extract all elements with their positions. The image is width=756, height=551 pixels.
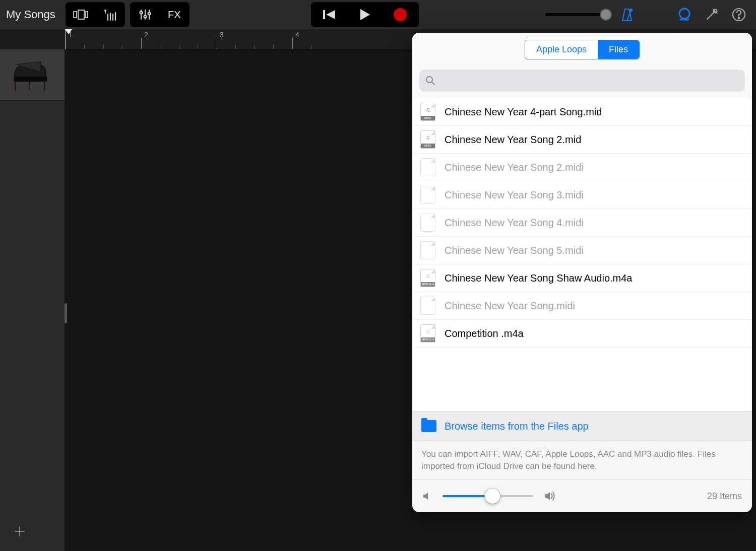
svg-marker-15 — [326, 10, 335, 19]
file-icon — [420, 186, 435, 204]
file-row[interactable]: MPEG-4Chinese New Year Song Shaw Audio.m… — [412, 264, 752, 292]
file-name: Chinese New Year Song.midi — [445, 300, 575, 312]
file-name: Chinese New Year 4-part Song.mid — [445, 106, 602, 118]
file-row: Chinese New Year Song 2.midi — [412, 154, 752, 181]
file-name: Chinese New Year Song Shaw Audio.m4a — [445, 272, 632, 284]
svg-marker-32 — [545, 492, 550, 500]
tab-row: Apple Loops Files — [412, 33, 752, 64]
help-button[interactable] — [728, 4, 750, 26]
play-button[interactable] — [347, 3, 383, 26]
transport-controls — [311, 2, 419, 27]
svg-point-9 — [140, 12, 142, 14]
file-icon — [420, 214, 435, 232]
svg-marker-16 — [360, 9, 370, 20]
svg-rect-2 — [86, 12, 88, 18]
browse-label: Browse items from the Files app — [445, 421, 589, 432]
track-headers — [0, 49, 65, 551]
mixer-button[interactable] — [132, 4, 158, 25]
bar-marker: 1 — [69, 31, 73, 39]
files-popover: Apple Loops Files MIDIChinese New Year 4… — [412, 33, 752, 512]
record-icon — [394, 8, 407, 21]
loop-browser-button[interactable] — [673, 4, 696, 26]
file-name: Chinese New Year Song 5.midi — [445, 245, 584, 256]
file-icon: MPEG-4 — [420, 269, 435, 287]
svg-point-22 — [738, 18, 740, 19]
svg-point-29 — [426, 77, 432, 83]
svg-rect-25 — [44, 82, 45, 91]
fx-button[interactable]: FX — [161, 4, 187, 25]
file-icon — [420, 241, 435, 259]
volume-high-icon — [544, 491, 556, 501]
file-icon — [420, 297, 435, 315]
file-row: Chinese New Year Song 5.midi — [412, 237, 752, 264]
metronome-button[interactable] — [616, 4, 638, 26]
popover-footer: 29 Items — [412, 480, 752, 512]
browse-files-button[interactable]: Browse items from the Files app — [412, 411, 752, 441]
master-volume-slider[interactable] — [540, 13, 611, 16]
file-row[interactable]: MPEG-4Competition .m4a — [412, 320, 752, 348]
view-button-group — [66, 2, 125, 27]
file-name: Chinese New Year Song 2.mid — [445, 134, 581, 146]
svg-point-13 — [148, 13, 150, 15]
controls-button-group: FX — [130, 2, 190, 27]
file-name: Chinese New Year Song 2.midi — [445, 162, 584, 173]
file-icon: MPEG-4 — [420, 324, 435, 342]
svg-rect-1 — [78, 10, 84, 19]
svg-point-11 — [144, 16, 146, 18]
track-header[interactable] — [0, 49, 65, 101]
record-button[interactable] — [383, 3, 418, 26]
vertical-scroll-handle[interactable] — [65, 303, 67, 323]
svg-rect-14 — [323, 10, 325, 19]
search-input[interactable] — [419, 70, 745, 92]
file-name: Competition .m4a — [445, 328, 524, 339]
svg-point-3 — [104, 10, 106, 12]
folder-icon — [421, 420, 436, 432]
svg-rect-26 — [29, 82, 30, 90]
file-row: Chinese New Year Song 3.midi — [412, 181, 752, 209]
toolbar: My Songs FX — [0, 0, 756, 29]
slider-thumb[interactable] — [485, 489, 500, 504]
view-toggle-button[interactable] — [68, 4, 94, 25]
svg-point-19 — [679, 9, 689, 19]
svg-rect-0 — [74, 12, 77, 18]
svg-point-18 — [630, 9, 632, 11]
segmented-control: Apple Loops Files — [525, 40, 640, 59]
info-text: You can import AIFF, WAV, CAF, Apple Loo… — [412, 441, 752, 480]
file-row[interactable]: MIDIChinese New Year Song 2.mid — [412, 126, 752, 154]
item-count: 29 Items — [707, 491, 742, 502]
instrument-button[interactable] — [97, 4, 123, 25]
file-name: Chinese New Year Song 4.midi — [445, 217, 584, 229]
preview-volume-slider[interactable] — [443, 495, 533, 497]
project-title[interactable]: My Songs — [6, 8, 55, 21]
search-icon — [425, 76, 435, 86]
volume-low-icon — [422, 492, 431, 501]
file-list[interactable]: MIDIChinese New Year 4-part Song.midMIDI… — [412, 98, 752, 411]
file-icon: MIDI — [420, 103, 435, 121]
svg-line-30 — [432, 82, 434, 85]
file-icon: MIDI — [420, 130, 435, 149]
svg-rect-23 — [14, 77, 47, 82]
file-icon — [420, 158, 435, 176]
bar-marker: 3 — [220, 31, 224, 39]
file-row[interactable]: MIDIChinese New Year 4-part Song.mid — [412, 98, 752, 126]
file-row: Chinese New Year Song 4.midi — [412, 209, 752, 237]
settings-button[interactable] — [701, 4, 723, 26]
svg-marker-31 — [423, 493, 428, 500]
grand-piano-icon — [10, 57, 55, 93]
file-name: Chinese New Year Song 3.midi — [445, 189, 584, 201]
add-track-button[interactable] — [9, 521, 30, 542]
tab-files[interactable]: Files — [598, 40, 639, 59]
svg-rect-24 — [15, 82, 16, 91]
bar-marker: 4 — [295, 31, 299, 39]
rewind-button[interactable] — [312, 3, 347, 26]
file-row: Chinese New Year Song.midi — [412, 292, 752, 320]
bar-marker: 2 — [144, 31, 148, 39]
tab-apple-loops[interactable]: Apple Loops — [525, 40, 598, 59]
